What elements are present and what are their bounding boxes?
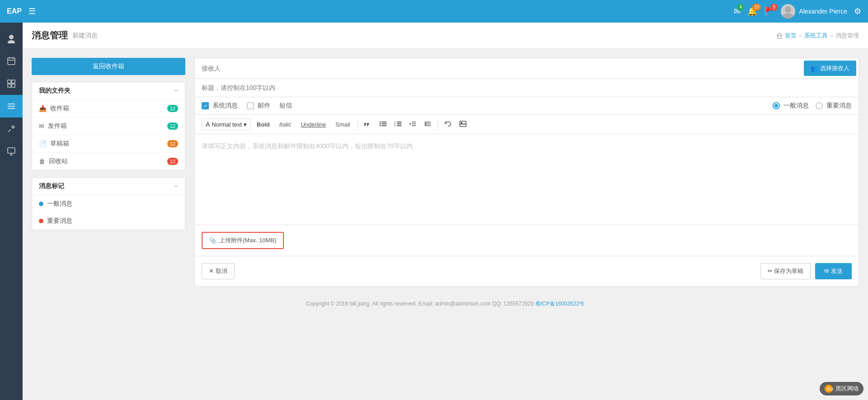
user-menu[interactable]: Alexander Pierce [781,4,847,19]
unordered-list-button[interactable] [377,119,389,130]
editor-toolbar: A Normal text ▾ Bold Italic Underline Sm… [195,115,859,134]
select-recipient-button[interactable]: 👥 选择接收人 [804,61,856,76]
flag-icon-btn[interactable]: 🚩 9 [764,6,774,16]
underline-button[interactable]: Underline [297,119,330,130]
breadcrumb: 首页 » 系统工具 » 消息管理 [776,32,859,40]
editor-body[interactable]: 请填写正文内容，系统消息和邮件限制在4000字以内，短信限制在70字以内 [195,134,859,225]
insert-image-button[interactable] [457,119,469,130]
svg-point-0 [785,6,791,13]
breadcrumb-current: 消息管理 [835,32,859,40]
folder-trash[interactable]: 🗑 回收站 12 [32,153,185,170]
svg-rect-19 [778,36,781,38]
users-icon: 👥 [811,65,818,72]
sidebar-item-avatar[interactable] [0,27,23,50]
folder-draft[interactable]: 📄 草稿箱 12 [32,135,185,153]
mail-icon-btn[interactable]: ✉ 4 [734,6,741,16]
svg-point-3 [8,40,15,43]
bold-button[interactable]: Bold [253,119,274,130]
folders-collapse-btn[interactable]: − [174,87,178,95]
important-msg-radio[interactable] [816,102,823,109]
folder-sent-badge: 12 [167,122,178,130]
important-msg-option: 重要消息 [816,102,852,110]
tag-normal[interactable]: 一般消息 [32,195,185,212]
folder-inbox-badge: 12 [167,105,178,112]
svg-rect-27 [397,122,401,122]
watermark-icon: 黑区 [824,384,833,393]
bell-icon-btn[interactable]: 🔔 10 [747,6,757,16]
trash-icon: 🗑 [39,158,45,165]
sidebar-item-monitor[interactable] [0,140,23,163]
sidebar [0,23,23,400]
breadcrumb-system-tools[interactable]: 系统工具 [804,32,828,40]
sidebar-item-tools[interactable] [0,118,23,140]
inbox-icon: 📥 [39,105,47,112]
small-button[interactable]: Small [332,119,354,130]
save-draft-button[interactable]: ✏ 保存为草稿 [760,263,811,279]
normal-msg-option: 一般消息 [773,102,809,110]
indent-decrease-button[interactable] [406,119,419,130]
svg-text:黑区: 黑区 [826,387,833,391]
dropdown-arrow-icon: ▾ [244,121,247,128]
user-name: Alexander Pierce [799,8,847,15]
mail-checkbox[interactable] [247,102,254,109]
tags-panel: 消息标记 − 一般消息 重要消息 [32,177,185,230]
folder-inbox[interactable]: 📥 收件箱 12 [32,100,185,118]
folder-trash-label: 回收站 [49,157,164,165]
sys-msg-checkbox[interactable]: ✓ [202,102,209,109]
svg-point-1 [783,13,793,19]
breadcrumb-home[interactable]: 首页 [785,32,797,40]
tag-important-label: 重要消息 [47,217,72,225]
tags-panel-header: 消息标记 − [32,178,185,195]
settings-icon: ⚙ [854,7,861,16]
page-header: 消息管理 新建消息 首页 » 系统工具 » 消息管理 [23,23,868,49]
main-wrapper: 消息管理 新建消息 首页 » 系统工具 » 消息管理 返回收件箱 我的文件夹 −… [23,23,868,400]
normal-msg-radio[interactable] [773,102,780,109]
sidebar-item-grid[interactable] [0,72,23,95]
avatar [781,4,795,19]
home-icon [776,33,783,39]
sidebar-item-calendar[interactable] [0,50,23,72]
svg-rect-9 [12,80,15,83]
tag-normal-dot [39,202,43,206]
tag-important[interactable]: 重要消息 [32,212,185,230]
recipient-input[interactable] [195,59,802,77]
svg-point-20 [379,121,381,122]
important-msg-label: 重要消息 [826,102,852,110]
mail-label: 邮件 [258,102,270,110]
text-style-dropdown[interactable]: A Normal text ▾ [202,118,251,130]
tags-collapse-btn[interactable]: − [174,182,178,190]
navbar-right: ✉ 4 🔔 10 🚩 9 Alexander Pierce ⚙ [734,4,861,19]
subject-row [195,79,859,97]
page-title: 消息管理 [32,29,68,42]
back-to-inbox-button[interactable]: 返回收件箱 [32,58,185,75]
folder-sent[interactable]: ✉ 发件箱 12 [32,118,185,135]
cancel-button[interactable]: ✕ 取消 [202,263,235,279]
svg-rect-23 [382,123,387,124]
tag-normal-label: 一般消息 [47,200,72,208]
svg-point-2 [9,35,14,39]
folder-draft-badge: 12 [167,140,178,147]
text-style-icon: A [206,121,210,128]
footer-icp[interactable]: 蜀ICP备16003522号 [535,301,585,307]
app-brand: EAP [7,7,22,15]
indent-increase-button[interactable] [421,119,434,130]
subject-input[interactable] [195,79,859,97]
toolbar-sep2 [438,120,438,129]
ordered-list-button[interactable]: 1.2.3. [392,119,404,130]
mail-option: 邮件 [247,102,270,110]
text-style-label: Normal text [212,121,241,128]
settings-icon-btn[interactable]: ⚙ [854,6,861,16]
sidebar-toggle[interactable]: ☰ [28,6,36,16]
sent-icon: ✉ [39,122,44,130]
editor-placeholder: 请填写正文内容，系统消息和邮件限制在4000字以内，短信限制在70字以内 [202,142,413,150]
send-button[interactable]: ✉ 发送 [815,263,852,279]
priority-options: 一般消息 重要消息 [773,102,852,110]
italic-button[interactable]: Italic [276,119,295,130]
upload-attachment-button[interactable]: 📎 上传附件(Max. 10MB) [202,232,284,249]
svg-line-15 [8,129,11,132]
sidebar-item-list[interactable] [0,95,23,118]
watermark: 黑区 黑区网络 [820,382,863,395]
blockquote-button[interactable] [362,119,374,130]
mail-badge: 4 [737,4,744,11]
undo-button[interactable] [442,119,454,130]
